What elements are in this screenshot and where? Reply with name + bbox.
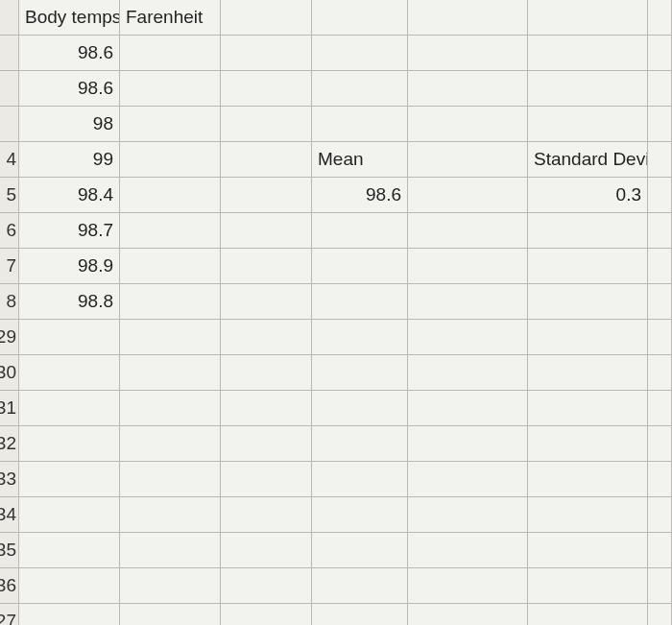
cell[interactable] (648, 533, 672, 568)
cell[interactable] (528, 497, 648, 533)
cell[interactable] (312, 604, 408, 625)
cell[interactable] (221, 249, 312, 284)
cell-header-body-temps[interactable]: Body temps (19, 0, 120, 36)
cell-mean-value[interactable]: 98.6 (312, 178, 408, 213)
cell[interactable] (19, 462, 120, 497)
cell[interactable] (120, 462, 221, 497)
cell-data[interactable]: 98 (19, 107, 120, 142)
cell[interactable] (120, 178, 221, 213)
cell[interactable] (312, 0, 408, 36)
row-header[interactable]: 4 (0, 142, 19, 178)
cell[interactable] (221, 568, 312, 604)
row-header[interactable] (0, 0, 19, 36)
cell[interactable] (408, 533, 528, 568)
cell[interactable] (408, 320, 528, 355)
cell[interactable] (648, 0, 672, 36)
cell[interactable] (120, 36, 221, 71)
cell[interactable] (19, 497, 120, 533)
row-header[interactable]: 5 (0, 178, 19, 213)
cell[interactable] (221, 0, 312, 36)
spreadsheet-grid[interactable]: Body temps Farenheit 98.6 98.6 98 4 99 M… (0, 0, 672, 625)
cell[interactable] (221, 533, 312, 568)
cell[interactable] (221, 462, 312, 497)
cell[interactable] (408, 249, 528, 284)
cell[interactable] (648, 178, 672, 213)
cell[interactable] (528, 249, 648, 284)
cell[interactable] (221, 284, 312, 320)
cell[interactable] (221, 426, 312, 462)
cell[interactable] (120, 213, 221, 249)
cell[interactable] (528, 604, 648, 625)
cell[interactable] (120, 142, 221, 178)
cell[interactable] (408, 568, 528, 604)
cell[interactable] (221, 604, 312, 625)
cell[interactable] (528, 107, 648, 142)
cell[interactable] (408, 36, 528, 71)
cell[interactable] (648, 604, 672, 625)
cell[interactable] (120, 426, 221, 462)
row-header[interactable] (0, 107, 19, 142)
cell[interactable] (19, 355, 120, 391)
cell[interactable] (528, 355, 648, 391)
cell[interactable] (408, 142, 528, 178)
cell-stddev-value[interactable]: 0.3 (528, 178, 648, 213)
cell[interactable] (312, 426, 408, 462)
cell[interactable] (19, 391, 120, 426)
cell[interactable] (221, 36, 312, 71)
cell[interactable] (528, 426, 648, 462)
cell-data[interactable]: 98.9 (19, 249, 120, 284)
cell[interactable] (312, 355, 408, 391)
cell[interactable] (120, 71, 221, 107)
cell-data[interactable]: 98.8 (19, 284, 120, 320)
cell-header-farenheit[interactable]: Farenheit (120, 0, 221, 36)
cell[interactable] (648, 71, 672, 107)
cell-stddev-label[interactable]: Standard Deviation (528, 142, 648, 178)
row-header[interactable]: 27 (0, 604, 19, 625)
cell[interactable] (120, 604, 221, 625)
cell[interactable] (312, 213, 408, 249)
cell[interactable] (528, 462, 648, 497)
cell[interactable] (120, 497, 221, 533)
cell-mean-label[interactable]: Mean (312, 142, 408, 178)
cell[interactable] (648, 462, 672, 497)
cell[interactable] (648, 36, 672, 71)
cell[interactable] (528, 568, 648, 604)
cell[interactable] (221, 497, 312, 533)
cell[interactable] (648, 142, 672, 178)
cell[interactable] (120, 533, 221, 568)
cell[interactable] (528, 533, 648, 568)
cell[interactable] (312, 391, 408, 426)
cell[interactable] (408, 178, 528, 213)
cell[interactable] (19, 320, 120, 355)
cell[interactable] (221, 355, 312, 391)
row-header[interactable]: 32 (0, 426, 19, 462)
cell[interactable] (408, 391, 528, 426)
cell[interactable] (221, 391, 312, 426)
cell[interactable] (120, 249, 221, 284)
cell[interactable] (312, 497, 408, 533)
cell[interactable] (648, 249, 672, 284)
cell[interactable] (312, 71, 408, 107)
cell[interactable] (408, 462, 528, 497)
row-header[interactable]: 6 (0, 213, 19, 249)
cell[interactable] (528, 0, 648, 36)
cell[interactable] (312, 568, 408, 604)
row-header[interactable]: 7 (0, 249, 19, 284)
cell[interactable] (408, 107, 528, 142)
cell[interactable] (528, 213, 648, 249)
cell[interactable] (408, 604, 528, 625)
cell[interactable] (221, 178, 312, 213)
row-header[interactable]: 31 (0, 391, 19, 426)
row-header[interactable]: 33 (0, 462, 19, 497)
cell[interactable] (312, 249, 408, 284)
cell[interactable] (648, 426, 672, 462)
cell[interactable] (648, 497, 672, 533)
cell[interactable] (19, 568, 120, 604)
cell-data[interactable]: 98.6 (19, 36, 120, 71)
cell[interactable] (19, 604, 120, 625)
cell-data[interactable]: 98.4 (19, 178, 120, 213)
row-header[interactable]: 30 (0, 355, 19, 391)
cell[interactable] (408, 284, 528, 320)
cell[interactable] (648, 107, 672, 142)
cell[interactable] (120, 391, 221, 426)
